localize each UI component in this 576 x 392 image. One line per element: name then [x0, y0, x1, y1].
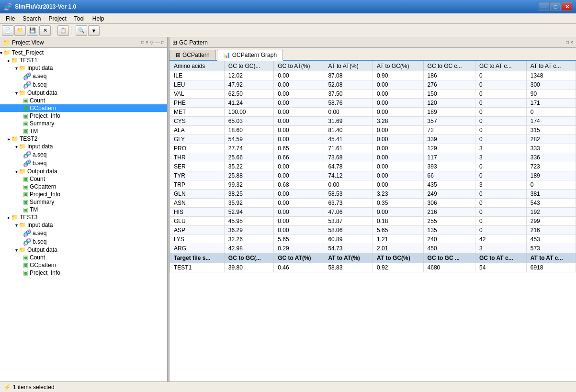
table-row[interactable]: LYS 32.26 5.65 60.89 1.21 240 42 453: [170, 235, 576, 244]
tab-gcpattern-graph[interactable]: 📊 GCPattern Graph: [217, 50, 283, 61]
cell-aa: GLU: [170, 217, 225, 226]
tree-item-test1-gcpattern[interactable]: ▣GCpattern: [0, 104, 167, 112]
right-panel-close[interactable]: ×: [570, 40, 573, 45]
table-row[interactable]: GLN 38.25 0.00 58.53 3.23 249 0 381: [170, 190, 576, 199]
tree-item-test3-project-info[interactable]: ▣Project_Info: [0, 269, 167, 277]
cell-gc-gc-pct: 100.00: [224, 108, 273, 117]
cell-gc-at-pct: 0.00: [274, 190, 324, 199]
tree-item-test1-tm[interactable]: ▣TM: [0, 127, 167, 135]
cell-gc-gc-c: 216: [423, 208, 475, 217]
table-row[interactable]: ALA 18.60 0.00 81.40 0.00 72 0 315: [170, 126, 576, 135]
close-button[interactable]: ✕: [562, 2, 572, 11]
table-row[interactable]: LEU 47.92 0.00 52.08 0.00 276 0 300: [170, 80, 576, 90]
table-row[interactable]: MET 100.00 0.00 0.00 0.00 189 0 0: [170, 108, 576, 117]
panel-icon-collapse[interactable]: □: [141, 40, 144, 45]
menu-project[interactable]: Project: [45, 14, 70, 23]
data-table-container[interactable]: Amino acids GC to GC(... GC to AT(%) AT …: [169, 61, 576, 381]
tree-label-test2-a-seq: a.seq: [33, 151, 46, 158]
cell-at-at-c: 90: [526, 90, 576, 99]
tree-item-test3[interactable]: ▸📁TEST3: [0, 213, 167, 221]
tree-item-test2-b-seq[interactable]: 🧬b.seq: [0, 159, 167, 168]
panel-icon-max[interactable]: □: [161, 40, 164, 45]
title-bar: 🧬 SimFluVar2013-Ver 1.0 — □ ✕: [0, 0, 576, 13]
toolbar-search-button[interactable]: 🔍: [76, 25, 87, 36]
toolbar: 📄 📁 💾 ✕ 📋 🔍 ▼: [0, 24, 576, 37]
tree-item-test2-project-info[interactable]: ▣Project_Info: [0, 190, 167, 198]
cell-gc-at-c: 3: [475, 144, 526, 153]
maximize-button[interactable]: □: [550, 2, 561, 11]
tree-item-test2-output[interactable]: ▾📁Output data: [0, 168, 167, 175]
table-row[interactable]: ASN 35.92 0.00 63.73 0.35 306 0 543: [170, 199, 576, 208]
table-row[interactable]: VAL 62.50 0.00 37.50 0.00 150 0 90: [170, 90, 576, 99]
tree-item-test3-a-seq[interactable]: 🧬a.seq: [0, 229, 167, 237]
toolbar-arrow-button[interactable]: ▼: [88, 25, 100, 36]
tree-item-test-project[interactable]: ▾📁Test_Project: [0, 49, 167, 56]
cell-sum-gc-at-pct: 0.46: [274, 263, 324, 272]
table-row[interactable]: PHE 41.24 0.00 58.76 0.00 120 0 171: [170, 99, 576, 108]
panel-icon-min[interactable]: —: [155, 40, 160, 45]
tree-item-test1-a-seq[interactable]: 🧬a.seq: [0, 72, 167, 80]
table-row[interactable]: TRP 99.32 0.68 0.00 0.00 435 3 0: [170, 180, 576, 190]
tree-item-test1-project-info[interactable]: ▣Project_Info: [0, 112, 167, 120]
table-row[interactable]: ARG 42.98 0.29 54.73 2.01 450 3 573: [170, 244, 576, 253]
table-row[interactable]: GLU 45.95 0.00 53.87 0.18 255 0 299: [170, 217, 576, 226]
table-row[interactable]: TYR 25.88 0.00 74.12 0.00 66 0 189: [170, 171, 576, 180]
toolbar-new-button[interactable]: 📄: [2, 25, 13, 36]
panel-icon-menu[interactable]: ▽: [150, 40, 154, 45]
tree-item-test3-count[interactable]: ▣Count: [0, 254, 167, 261]
cell-aa: GLY: [170, 135, 225, 144]
tree-item-test1-count[interactable]: ▣Count: [0, 97, 167, 104]
cell-gc-gc-c: 393: [423, 162, 475, 171]
table-row[interactable]: PRO 27.74 0.65 71.61 0.00 129 3 333: [170, 144, 576, 153]
menu-help[interactable]: Help: [89, 14, 108, 23]
cell-at-gc-pct: 0.00: [373, 208, 423, 217]
toolbar-copy-button[interactable]: 📋: [57, 25, 69, 36]
panel-icon-close[interactable]: ×: [146, 40, 148, 45]
cell-gc-gc-c: 357: [423, 117, 475, 126]
left-panel: 📁 Project View □ × ▽ — □ ▾📁Test_Project▸…: [0, 37, 168, 381]
cell-at-at-pct: 71.61: [324, 144, 373, 153]
tree-item-test2-gcpattern[interactable]: ▣GCpattern: [0, 183, 167, 190]
menu-search[interactable]: Search: [19, 14, 45, 23]
cell-at-at-pct: 73.68: [324, 153, 373, 162]
project-view-header: 📁 Project View □ × ▽ — □: [0, 37, 167, 48]
tree-item-test2-tm[interactable]: ▣TM: [0, 206, 167, 213]
tree-item-test1-input[interactable]: ▾📁Input data: [0, 64, 167, 72]
table-row[interactable]: CYS 65.03 0.00 31.69 3.28 357 0 174: [170, 117, 576, 126]
table-row[interactable]: SER 35.22 0.00 64.78 0.00 393 0 723: [170, 162, 576, 171]
tree-item-test1[interactable]: ▸📁TEST1: [0, 56, 167, 64]
cell-at-at-pct: 37.50: [324, 90, 373, 99]
tree-item-test1-b-seq[interactable]: 🧬b.seq: [0, 80, 167, 89]
project-tree[interactable]: ▾📁Test_Project▸📁TEST1▾📁Input data🧬a.seq🧬…: [0, 48, 167, 381]
toolbar-save-button[interactable]: 💾: [27, 25, 38, 36]
table-row[interactable]: ILE 12.02 0.00 87.08 0.90 186 0 1348: [170, 71, 576, 80]
cell-gc-gc-c: 240: [423, 235, 475, 244]
toolbar-open-button[interactable]: 📁: [14, 25, 26, 36]
minimize-button[interactable]: —: [539, 2, 549, 11]
table-row[interactable]: HIS 52.94 0.00 47.06 0.00 216 0 192: [170, 208, 576, 217]
table-row[interactable]: GLY 54.59 0.00 45.41 0.00 339 0 282: [170, 135, 576, 144]
menu-tool[interactable]: Tool: [70, 14, 89, 23]
right-panel-min[interactable]: □: [566, 40, 569, 45]
tree-item-test1-output[interactable]: ▾📁Output data: [0, 89, 167, 97]
tree-item-test3-input[interactable]: ▾📁Input data: [0, 221, 167, 229]
table-row[interactable]: THR 25.66 0.66 73.68 0.00 117 3 336: [170, 153, 576, 162]
table-row[interactable]: ASP 36.29 0.00 58.06 5.65 135 0 216: [170, 226, 576, 235]
tree-label-test1-summary: Summary: [30, 120, 54, 127]
tree-item-test3-output[interactable]: ▾📁Output data: [0, 246, 167, 254]
summary-row[interactable]: TEST1 39.80 0.46 58.83 0.92 4680 54 6918: [170, 263, 576, 272]
tree-item-test2-summary[interactable]: ▣Summary: [0, 198, 167, 206]
tree-item-test2-a-seq[interactable]: 🧬a.seq: [0, 150, 167, 159]
menu-bar: File Search Project Tool Help: [0, 13, 576, 24]
panel-header-icons: □ × ▽ — □: [141, 40, 164, 45]
project-view-folder-icon: 📁: [3, 39, 10, 46]
menu-file[interactable]: File: [2, 14, 19, 23]
tree-item-test2-count[interactable]: ▣Count: [0, 175, 167, 183]
tree-item-test3-gcpattern[interactable]: ▣GCpattern: [0, 261, 167, 269]
tree-item-test3-b-seq[interactable]: 🧬b.seq: [0, 237, 167, 246]
tree-item-test1-summary[interactable]: ▣Summary: [0, 120, 167, 127]
toolbar-delete-button[interactable]: ✕: [39, 25, 51, 36]
tab-gcpattern[interactable]: ⊞ GCPattern: [169, 50, 216, 60]
tree-item-test2[interactable]: ▸📁TEST2: [0, 135, 167, 143]
tree-item-test2-input[interactable]: ▾📁Input data: [0, 143, 167, 150]
